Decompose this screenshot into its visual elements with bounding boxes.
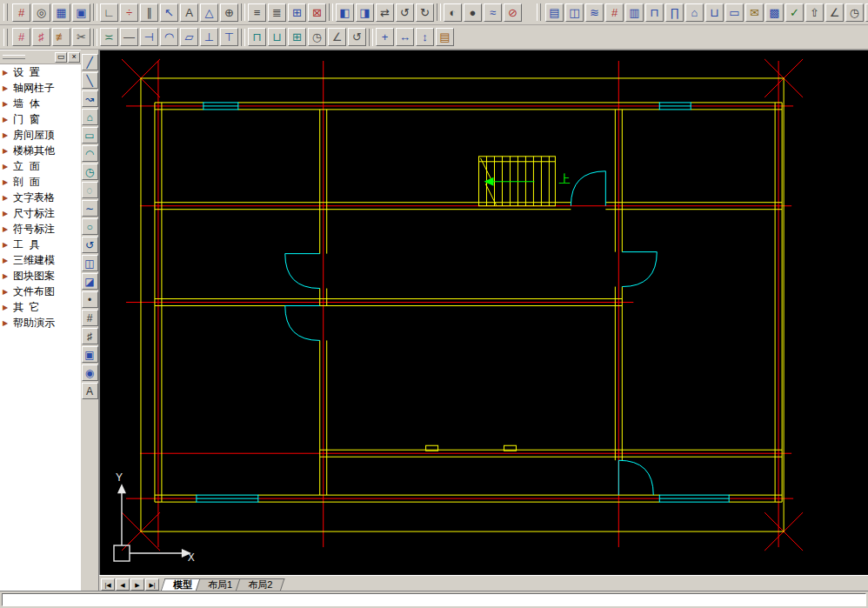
sheet-icon[interactable]: ✉ bbox=[745, 3, 764, 22]
toolbar-grip[interactable] bbox=[3, 3, 8, 21]
erase-icon[interactable]: ⊠ bbox=[308, 3, 326, 22]
tee-wall-icon[interactable]: ⊤ bbox=[220, 28, 238, 46]
insert-point-icon[interactable]: ⊕ bbox=[220, 3, 238, 22]
exchange-icon[interactable]: ⇄ bbox=[376, 3, 394, 22]
palette-item-axis-column[interactable]: ▶ 轴网柱子 bbox=[0, 80, 81, 96]
draw-axis-icon[interactable]: # bbox=[12, 28, 30, 46]
toolbar-grip[interactable] bbox=[3, 29, 8, 46]
stretch-h-icon[interactable]: ↔ bbox=[396, 28, 414, 46]
stretch-v-icon[interactable]: ↕ bbox=[416, 28, 434, 46]
clipboard-icon[interactable]: ▤ bbox=[436, 28, 454, 46]
perp-wall-icon[interactable]: ⊥ bbox=[200, 28, 218, 46]
palette-item-room-roof[interactable]: ▶ 房间屋顶 bbox=[0, 127, 81, 143]
divide-icon[interactable]: ÷ bbox=[120, 3, 138, 22]
palette-grip[interactable] bbox=[3, 55, 25, 59]
arc-icon[interactable]: ◠ bbox=[82, 145, 98, 162]
wall-join-icon[interactable]: ⊣ bbox=[140, 28, 158, 46]
ellipse-icon[interactable]: ○ bbox=[82, 218, 98, 235]
spline-icon[interactable]: ≈ bbox=[484, 3, 502, 22]
display-toggle-icon[interactable]: ◐ bbox=[444, 3, 462, 22]
trim-icon[interactable]: ✂ bbox=[72, 28, 90, 46]
rectangle-icon[interactable]: ▭ bbox=[82, 127, 98, 144]
wave-icon[interactable]: ∼ bbox=[82, 200, 98, 217]
disable-icon[interactable]: ⊘ bbox=[504, 3, 522, 22]
grid-icon[interactable]: ⊞ bbox=[288, 3, 306, 22]
next-tab-button[interactable]: ▶ bbox=[130, 578, 144, 591]
image-icon[interactable]: ▣ bbox=[72, 3, 90, 22]
ortho-icon[interactable]: ∟ bbox=[100, 3, 118, 22]
draw-wall-icon[interactable]: ≍ bbox=[100, 28, 118, 46]
close-button[interactable]: × bbox=[68, 52, 80, 63]
palette-item-elevation[interactable]: ▶ 立 面 bbox=[0, 158, 81, 174]
layer-manager-icon[interactable]: ≣ bbox=[268, 3, 286, 22]
command-input[interactable] bbox=[2, 593, 866, 606]
first-tab-button[interactable]: |◀ bbox=[101, 578, 115, 591]
palette-item-symbol[interactable]: ▶ 符号标注 bbox=[0, 221, 81, 237]
toolbar-grip[interactable] bbox=[537, 3, 541, 21]
last-tab-button[interactable]: ▶| bbox=[145, 578, 159, 591]
text-icon[interactable]: A bbox=[82, 383, 98, 399]
leader-icon[interactable]: ↖ bbox=[160, 3, 178, 22]
axis-edit-icon[interactable]: ≢ bbox=[52, 28, 70, 46]
point-icon[interactable]: • bbox=[82, 291, 98, 308]
move-icon[interactable]: + bbox=[376, 28, 394, 46]
check-icon[interactable]: ✓ bbox=[785, 3, 804, 22]
palette-item-section[interactable]: ▶ 剖 面 bbox=[0, 174, 81, 190]
palette-item-wall[interactable]: ▶ 墙 体 bbox=[0, 96, 81, 111]
hatch-icon[interactable]: # bbox=[82, 310, 98, 326]
line-icon[interactable]: ╱ bbox=[82, 54, 98, 70]
donut-icon[interactable]: ◌ bbox=[82, 182, 98, 198]
revision-cloud-icon[interactable]: ↺ bbox=[82, 237, 98, 253]
angle-icon[interactable]: ∠ bbox=[825, 3, 844, 22]
layer-icon[interactable]: ≡ bbox=[248, 3, 266, 22]
insert-door-icon[interactable]: ⊓ bbox=[248, 28, 266, 46]
time-icon[interactable]: ◷ bbox=[845, 3, 864, 22]
spline-icon[interactable]: ↝ bbox=[82, 90, 98, 107]
image-icon[interactable]: ▣ bbox=[82, 346, 98, 363]
construction-line-icon[interactable]: ╲ bbox=[82, 72, 98, 89]
palette-item-text-table[interactable]: ▶ 文字表格 bbox=[0, 190, 81, 205]
point-icon[interactable]: ● bbox=[464, 3, 482, 22]
arc-wall-icon[interactable]: ◠ bbox=[160, 28, 178, 46]
preview-icon[interactable]: ◎ bbox=[32, 3, 50, 22]
palette-item-block-pattern[interactable]: ▶ 图块图案 bbox=[0, 268, 81, 284]
hatch-icon[interactable]: # bbox=[605, 3, 624, 22]
table-icon[interactable]: ▦ bbox=[52, 3, 70, 22]
hatch-dense-icon[interactable]: ♯ bbox=[82, 328, 98, 344]
window-icon[interactable]: ∏ bbox=[665, 3, 684, 22]
opening-icon[interactable]: ⊔ bbox=[705, 3, 724, 22]
palette-item-3d-modeling[interactable]: ▶ 三维建模 bbox=[0, 252, 81, 268]
polygon-icon[interactable]: ⌂ bbox=[82, 109, 98, 125]
palette-item-settings[interactable]: ▶ 设 置 bbox=[0, 64, 81, 80]
layers-stack-icon[interactable]: ≋ bbox=[585, 3, 604, 22]
circle-icon[interactable]: ◷ bbox=[82, 164, 98, 180]
insert-window-icon[interactable]: ⊔ bbox=[268, 28, 286, 46]
wall-tool-icon[interactable]: ▥ bbox=[625, 3, 644, 22]
slab-icon[interactable]: ▭ bbox=[725, 3, 744, 22]
single-wall-icon[interactable]: — bbox=[120, 28, 138, 46]
match-properties-icon[interactable]: ◧ bbox=[336, 3, 354, 22]
door-icon[interactable]: ⊓ bbox=[645, 3, 664, 22]
block-icon[interactable]: ◪ bbox=[82, 273, 98, 290]
palette-item-tools[interactable]: ▶ 工 具 bbox=[0, 237, 81, 252]
palette-item-file-layout[interactable]: ▶ 文件布图 bbox=[0, 284, 81, 299]
roof-icon[interactable]: ⌂ bbox=[685, 3, 704, 22]
tab-layout2[interactable]: 布局2 bbox=[237, 578, 283, 591]
slope-icon[interactable]: △ bbox=[200, 3, 218, 22]
swap-icon[interactable]: ◨ bbox=[356, 3, 374, 22]
library-icon[interactable]: ▤ bbox=[545, 3, 564, 22]
measure-angle-icon[interactable]: ∠ bbox=[328, 28, 346, 46]
rotate-icon[interactable]: ↺ bbox=[348, 28, 366, 46]
axis-dimension-icon[interactable]: ♯ bbox=[32, 28, 50, 46]
parallel-icon[interactable]: ∥ bbox=[140, 3, 158, 22]
palette-item-dimension[interactable]: ▶ 尺寸标注 bbox=[0, 205, 81, 221]
block-manager-icon[interactable]: ◫ bbox=[565, 3, 584, 22]
axis-grid-icon[interactable]: # bbox=[12, 3, 30, 22]
palette-item-help-demo[interactable]: ▶ 帮助演示 bbox=[0, 315, 81, 331]
wipeout-icon[interactable]: ◉ bbox=[82, 364, 98, 381]
palette-item-stairs-other[interactable]: ▶ 楼梯其他 bbox=[0, 143, 81, 158]
palette-item-others[interactable]: ▶ 其 它 bbox=[0, 299, 81, 315]
elevate-icon[interactable]: ⇧ bbox=[805, 3, 824, 22]
drawing-canvas[interactable]: 上 Y X bbox=[100, 50, 868, 575]
prev-tab-button[interactable]: ◀ bbox=[116, 578, 130, 591]
